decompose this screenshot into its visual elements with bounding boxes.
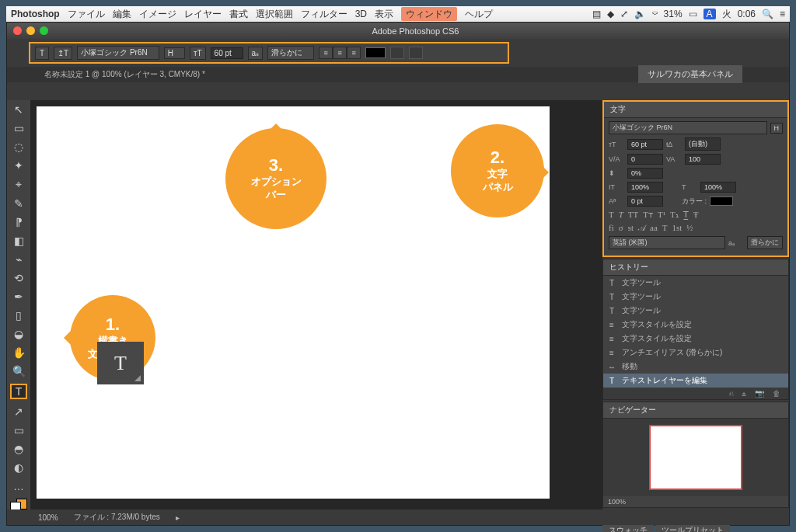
antialias-select[interactable]: 滑らかに — [267, 46, 314, 60]
history-item[interactable]: ↔移動 — [603, 360, 788, 374]
underline-button[interactable]: T̲ — [683, 210, 689, 220]
char-baseline[interactable]: 0 pt — [627, 196, 663, 207]
menu-ウィンドウ[interactable]: ウィンドウ — [401, 7, 457, 21]
history-item[interactable]: ≡文字スタイルを設定 — [603, 332, 788, 346]
type-tool-preview: T — [97, 342, 144, 384]
tool-17[interactable]: ▭ — [10, 424, 27, 436]
history-item[interactable]: Tテキストレイヤーを編集 — [603, 374, 788, 388]
navigator-tab[interactable]: ナビゲーター — [603, 402, 788, 419]
font-family-select[interactable]: 小塚ゴシック Pr6N — [77, 46, 159, 60]
char-tracking[interactable]: 100 — [685, 154, 721, 165]
minimize-icon[interactable] — [26, 26, 35, 35]
tool-16[interactable]: ↗ — [10, 405, 27, 418]
align-left-button[interactable]: ≡ — [319, 47, 333, 59]
type-tool-preset-icon[interactable]: T — [35, 47, 49, 60]
color-label: カラー : — [682, 196, 707, 207]
tool-9[interactable]: ⟲ — [10, 272, 27, 284]
history-item[interactable]: ≡文字スタイルを設定 — [603, 318, 788, 332]
tool-7[interactable]: ◧ — [10, 235, 27, 247]
navigator-zoom[interactable]: 100% — [603, 496, 788, 507]
toggle-char-panel-icon[interactable] — [409, 47, 423, 59]
navigator-thumbnail[interactable] — [649, 425, 742, 490]
align-center-button[interactable]: ≡ — [333, 47, 347, 59]
tool-1[interactable]: ▭ — [10, 122, 27, 134]
allcaps-button[interactable]: TT — [628, 210, 638, 220]
font-size-input[interactable] — [211, 47, 243, 59]
tool-13[interactable]: ✋ — [10, 346, 27, 359]
menu-イメージ[interactable]: イメージ — [139, 9, 176, 19]
char-vscale[interactable]: 100% — [627, 182, 663, 193]
history-panel-tab[interactable]: ヒストリー — [603, 259, 788, 276]
stylistic-button[interactable]: aa — [650, 223, 658, 233]
char-language[interactable]: 英語 (米国) — [609, 236, 725, 249]
oldstyle-button[interactable]: T — [662, 223, 668, 233]
smallcaps-button[interactable]: Tᴛ — [643, 210, 653, 220]
ligature-button[interactable]: fi — [609, 223, 614, 233]
document-tab[interactable]: 名称未設定 1 @ 100% (レイヤー 3, CMYK/8) * — [38, 68, 211, 82]
menu-3D[interactable]: 3D — [355, 9, 367, 19]
char-size[interactable]: 60 pt — [627, 139, 663, 150]
tool-5[interactable]: ✎ — [10, 197, 27, 210]
history-item[interactable]: ≡アンチエイリアス (滑らかに) — [603, 346, 788, 360]
bold-button[interactable]: T — [609, 210, 614, 220]
tool-8[interactable]: ⌁ — [10, 253, 27, 266]
menu-編集[interactable]: 編集 — [113, 9, 131, 19]
swash-button[interactable]: st — [628, 223, 634, 233]
close-icon[interactable] — [13, 26, 22, 35]
superscript-button[interactable]: T¹ — [658, 210, 665, 220]
evernote-icon: ◆ — [607, 9, 614, 19]
tool-10[interactable]: ✒ — [10, 290, 27, 303]
menu-書式[interactable]: 書式 — [229, 9, 248, 19]
text-color-swatch[interactable] — [365, 47, 386, 58]
align-right-button[interactable]: ≡ — [347, 47, 361, 59]
navigator-panel: ナビゲーター 100% — [602, 402, 789, 508]
tool-12[interactable]: ◒ — [10, 328, 27, 340]
tool-19[interactable]: ◐ — [10, 461, 27, 474]
tool-3[interactable]: ✦ — [10, 159, 27, 172]
status-flyout-icon[interactable]: ▸ — [176, 513, 180, 522]
fraction-button[interactable]: 1st — [672, 223, 683, 233]
tool-11[interactable]: ▯ — [10, 309, 27, 322]
custom-panel-button[interactable]: サルワカの基本パネル — [638, 65, 742, 83]
font-style-select[interactable]: H — [164, 47, 185, 59]
menu-フィルター[interactable]: フィルター — [301, 9, 347, 19]
menu-icon: ≡ — [780, 9, 785, 19]
tool-6[interactable]: ⁋ — [10, 216, 27, 228]
ordinal-button[interactable]: σ — [619, 223, 623, 233]
menu-表示[interactable]: 表示 — [375, 9, 393, 19]
menu-レイヤー[interactable]: レイヤー — [184, 9, 222, 19]
char-font-style[interactable]: H — [770, 123, 784, 134]
history-item[interactable]: T文字ツール — [603, 276, 788, 290]
menu-ヘルプ[interactable]: ヘルプ — [465, 9, 493, 19]
history-item[interactable]: T文字ツール — [603, 290, 788, 304]
char-color-swatch[interactable] — [710, 196, 733, 206]
status-zoom[interactable]: 100% — [38, 513, 58, 522]
char-hscale[interactable]: 100% — [700, 182, 736, 193]
menu-ファイル[interactable]: ファイル — [68, 9, 105, 19]
tool-4[interactable]: ⌖ — [10, 178, 27, 191]
tool-15[interactable]: T — [10, 384, 27, 399]
color-swatches[interactable] — [10, 502, 27, 509]
tool-14[interactable]: 🔍 — [10, 365, 27, 377]
half-button[interactable]: ½ — [686, 223, 693, 233]
char-font-family[interactable]: 小塚ゴシック Pr6N — [609, 121, 767, 134]
tool-18[interactable]: ◓ — [10, 443, 27, 455]
italic-button[interactable]: T — [619, 210, 623, 220]
zoom-icon[interactable] — [40, 26, 48, 35]
subscript-button[interactable]: T₁ — [670, 210, 679, 220]
char-leading[interactable]: (自動) — [685, 137, 721, 151]
menu-選択範囲[interactable]: 選択範囲 — [256, 9, 293, 19]
char-scale[interactable]: 0% — [627, 168, 663, 179]
orientation-toggle[interactable]: ↥T — [54, 47, 72, 60]
titling-button[interactable]: 𝒜 — [638, 223, 645, 233]
traffic-lights[interactable] — [13, 26, 48, 35]
char-antialias[interactable]: 滑らかに — [747, 236, 783, 249]
tool-2[interactable]: ◌ — [10, 141, 27, 153]
char-va[interactable]: 0 — [627, 154, 663, 165]
strike-button[interactable]: Ŧ — [693, 210, 699, 220]
character-panel-tab[interactable]: 文字 — [604, 102, 787, 118]
history-item[interactable]: T文字ツール — [603, 304, 788, 318]
tool-0[interactable]: ↖ — [10, 103, 27, 116]
tool-20[interactable]: … — [10, 480, 27, 492]
warp-text-icon[interactable] — [390, 47, 404, 59]
